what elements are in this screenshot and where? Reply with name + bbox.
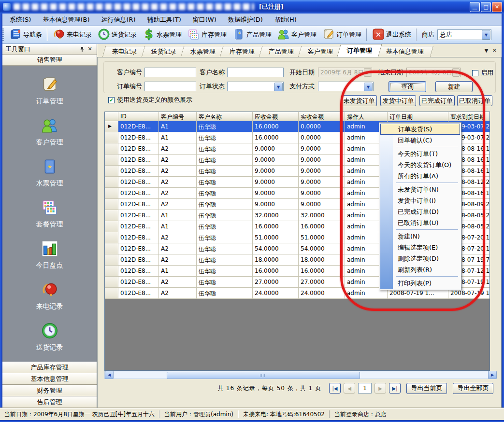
row-selector-cell[interactable] (105, 210, 118, 221)
row-selector-cell[interactable] (105, 132, 118, 143)
context-menu-item[interactable]: 打印列表(P) (380, 278, 460, 289)
column-header[interactable] (105, 112, 118, 121)
horizontal-scrollbar[interactable]: ◀ ▶ (104, 371, 497, 379)
row-selector-cell[interactable] (105, 288, 118, 299)
menu-item[interactable]: 辅助工具(T) (142, 14, 187, 26)
tab[interactable]: 库存管理 (220, 46, 265, 57)
pin-icon[interactable] (78, 45, 86, 53)
row-selector-cell[interactable] (105, 155, 118, 166)
tab[interactable]: 产品管理 (259, 46, 304, 57)
context-menu-item[interactable]: 已完成订单(D) (380, 206, 460, 217)
new-button[interactable]: 新建 (435, 81, 473, 92)
row-selector-cell[interactable] (105, 166, 118, 177)
enable-date-checkbox[interactable]: 启用 (472, 69, 493, 77)
column-header[interactable]: 要求到货日期 (448, 112, 490, 121)
checkbox-box[interactable]: ✔ (108, 97, 115, 103)
customer-no-input[interactable] (144, 68, 196, 77)
tab[interactable]: 基本信息管理 (376, 46, 434, 57)
order-no-input[interactable] (144, 82, 196, 91)
sidebar-group-bar[interactable]: 售后管理 (2, 396, 97, 408)
column-header[interactable]: 订单日期 (388, 112, 448, 121)
menu-item[interactable]: 数据维护(D) (222, 14, 269, 26)
context-menu-item[interactable]: 编辑选定项(E) (380, 242, 460, 253)
toolbar-product-button[interactable]: ★ 产品管理 (230, 28, 274, 42)
chevron-down-icon[interactable]: ▼ (482, 30, 490, 40)
page-number-input[interactable] (358, 383, 372, 394)
close-button[interactable]: ✕ (492, 2, 502, 12)
menu-item[interactable]: 帮助(H) (269, 14, 302, 26)
export-current-page-button[interactable]: 导出当前页 (406, 383, 447, 394)
column-header[interactable]: ID (118, 112, 159, 121)
minimize-button[interactable]: — (470, 2, 480, 12)
sidebar-item-package-management[interactable]: 套餐管理 (36, 199, 63, 229)
tab-close-icon[interactable]: ✕ (492, 47, 497, 54)
first-page-button[interactable]: |◀ (329, 383, 341, 394)
sidebar-item-customer-management[interactable]: 客户管理 (36, 117, 63, 147)
export-all-pages-button[interactable]: 导出全部页 (453, 383, 493, 394)
row-selector-cell[interactable] (105, 121, 118, 132)
toolbar-exit-button[interactable]: ✕ 退出系统 (369, 28, 414, 42)
cancelled-orders-button[interactable]: 已取消订单 (457, 95, 492, 106)
sidebar-item-delivery-records[interactable]: 送货记录 (36, 322, 63, 352)
sidebar-group-sales[interactable]: 销售管理 (2, 55, 97, 66)
deliveryman-color-checkbox[interactable]: ✔ 使用送货员定义的颜色展示 (108, 96, 192, 104)
query-button[interactable]: 查询 (389, 81, 426, 92)
row-selector-cell[interactable] (105, 177, 118, 188)
column-header[interactable]: 操作人 (345, 112, 388, 121)
context-menu-item[interactable]: 新建(N) (380, 231, 460, 242)
row-selector-cell[interactable] (105, 254, 118, 266)
row-selector-cell[interactable] (105, 221, 118, 232)
tab[interactable]: 水票管理 (181, 46, 226, 57)
tab[interactable]: 送货记录 (142, 46, 187, 57)
order-status-select[interactable]: ▼ (227, 82, 284, 91)
column-header[interactable]: 实收金额 (299, 112, 345, 121)
prev-page-button[interactable]: ◀ (344, 383, 355, 394)
row-selector-cell[interactable] (105, 199, 118, 210)
row-selector-cell[interactable] (105, 143, 118, 155)
column-header[interactable]: 应收金额 (253, 112, 299, 121)
context-menu-item[interactable]: 已取消订单(U) (380, 217, 460, 228)
toolbar-inventory-button[interactable]: 库存管理 (185, 28, 230, 42)
last-page-button[interactable]: ▶| (389, 383, 401, 394)
row-selector-cell[interactable] (105, 277, 118, 288)
start-date-picker[interactable]: 2009年 6月 8日▼ (318, 68, 372, 77)
sidebar-item-incoming-calls[interactable]: 来电记录 (36, 281, 63, 311)
next-page-button[interactable]: ▶ (374, 383, 386, 394)
customer-name-input[interactable] (227, 68, 284, 77)
toolbar-incoming-call-button[interactable]: 来电记录 (50, 28, 95, 42)
sidebar-item-today-inventory[interactable]: 今日盘点 (36, 240, 63, 270)
toolbar-water-ticket-button[interactable]: $ 水票管理 (140, 28, 185, 42)
chevron-down-icon[interactable]: ▼ (364, 83, 373, 91)
column-header[interactable]: 客户名称 (197, 112, 253, 121)
shipping-orders-button[interactable]: 发货中订单 (380, 95, 416, 106)
sidebar-group-bar[interactable]: 基本信息管理 (2, 373, 97, 385)
sidebar-item-water-ticket[interactable]: ★ 水票管理 (36, 158, 63, 188)
menu-item[interactable]: 系统(S) (4, 14, 37, 26)
toolbar-customer-button[interactable]: 客户管理 (274, 28, 319, 42)
sidebar-group-bar[interactable]: 产品库存管理 (2, 362, 97, 373)
tab[interactable]: 订单管理 (337, 44, 382, 57)
context-menu-item[interactable]: 今天的发货订单(O) (380, 159, 460, 170)
context-menu-item[interactable]: 订单发货(S) (380, 124, 460, 135)
completed-orders-button[interactable]: 已完成订单 (419, 95, 455, 106)
checkbox-box[interactable] (472, 70, 478, 76)
menu-item[interactable]: 基本信息管理(B) (37, 14, 95, 26)
context-menu-item[interactable]: 删除选定项(D) (380, 253, 460, 264)
context-menu-item[interactable]: 回单确认(C) (380, 135, 460, 146)
context-menu-item[interactable]: 今天的订单(T) (380, 148, 460, 159)
row-selector-cell[interactable] (105, 188, 118, 199)
scrollbar-thumb[interactable] (167, 372, 360, 379)
shop-select[interactable]: 总店 ▼ (437, 29, 491, 40)
toolbar-navigator-button[interactable]: 导航条 (6, 28, 45, 42)
toolbar-delivery-record-button[interactable]: 送货记录 (95, 28, 140, 42)
row-selector-cell[interactable] (105, 243, 118, 254)
row-selector-cell[interactable] (105, 232, 118, 243)
context-menu-item[interactable]: 发货中订单(I) (380, 195, 460, 206)
tab[interactable]: 客户管理 (298, 46, 343, 57)
menu-item[interactable]: 窗口(W) (187, 14, 222, 26)
tab-dropdown-icon[interactable]: ▼ (484, 47, 488, 54)
maximize-button[interactable]: □ (481, 2, 491, 12)
context-menu-item[interactable]: 未发货订单(N) (380, 184, 460, 195)
sidebar-group-bar[interactable]: 财务管理 (2, 385, 97, 396)
sidebar-item-order-management[interactable]: 订单管理 (36, 76, 63, 106)
